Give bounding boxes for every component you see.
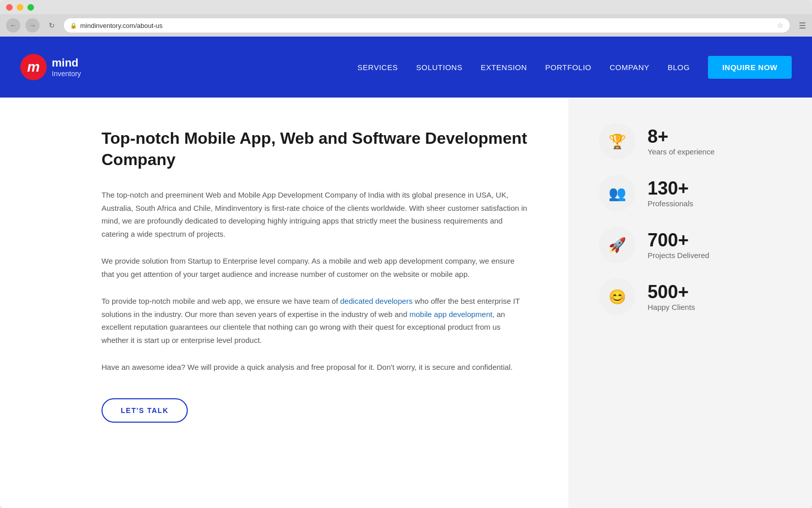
stat-experience-number: 8+ [648, 126, 715, 147]
stat-professionals-number: 130+ [648, 178, 693, 199]
stat-professionals-info: 130+ Professionals [648, 178, 693, 208]
stat-professionals-label: Professionals [648, 199, 693, 208]
stat-projects-icon-circle: 🚀 [599, 227, 635, 263]
close-button[interactable] [6, 4, 13, 11]
lock-icon: 🔒 [70, 22, 77, 29]
title-bar [0, 0, 812, 14]
nav-extension[interactable]: EXTENSION [481, 63, 527, 72]
maximize-button[interactable] [27, 4, 34, 11]
logo-area[interactable]: m mind Inventory [20, 54, 81, 80]
stat-projects-label: Projects Delivered [648, 251, 709, 260]
logo-text: mind Inventory [52, 56, 81, 78]
stat-experience-label: Years of experience [648, 147, 715, 156]
dedicated-developers-link[interactable]: dedicated developers [340, 297, 413, 305]
content-left: Top-notch Mobile App, Web and Software D… [0, 98, 568, 508]
team-icon: 👥 [608, 185, 626, 202]
address-text: mindinventory.com/about-us [80, 22, 774, 29]
stat-clients: 😊 500+ Happy Clients [599, 278, 782, 315]
rocket-icon: 🚀 [608, 237, 626, 253]
stat-experience-icon-circle: 🏆 [599, 123, 635, 160]
page-title: Top-notch Mobile App, Web and Software D… [101, 128, 528, 170]
forward-button[interactable]: → [25, 18, 40, 33]
stat-projects-number: 700+ [648, 230, 709, 250]
stat-experience-info: 8+ Years of experience [648, 126, 715, 156]
lets-talk-button[interactable]: LET'S TALK [101, 398, 188, 423]
nav-menu: SERVICES SOLUTIONS EXTENSION PORTFOLIO C… [357, 56, 792, 79]
reload-button[interactable]: ↻ [45, 18, 59, 33]
browser-window: ← → ↻ 🔒 mindinventory.com/about-us ☆ ☰ m… [0, 0, 812, 508]
stat-clients-icon-circle: 😊 [599, 278, 635, 315]
logo-icon: m [20, 54, 47, 80]
nav-company[interactable]: COMPANY [610, 63, 649, 72]
site-header: m mind Inventory SERVICES SOLUTIONS EXTE… [0, 37, 812, 98]
trophy-icon: 🏆 [608, 133, 626, 150]
nav-services[interactable]: SERVICES [357, 63, 398, 72]
para-4: Have an awesome idea? We will provide a … [101, 361, 528, 374]
bookmark-icon[interactable]: ☆ [777, 21, 784, 29]
para-2: We provide solution from Startup to Ente… [101, 255, 528, 280]
happy-icon: 😊 [608, 289, 626, 305]
main-content: Top-notch Mobile App, Web and Software D… [0, 98, 812, 508]
stat-clients-info: 500+ Happy Clients [648, 282, 695, 312]
nav-blog[interactable]: BLOG [667, 63, 690, 72]
mobile-app-dev-link[interactable]: mobile app development [410, 310, 492, 319]
stat-clients-label: Happy Clients [648, 303, 695, 311]
stat-projects: 🚀 700+ Projects Delivered [599, 227, 782, 263]
nav-solutions[interactable]: SOLUTIONS [416, 63, 462, 72]
stat-projects-info: 700+ Projects Delivered [648, 230, 709, 260]
website: m mind Inventory SERVICES SOLUTIONS EXTE… [0, 37, 812, 508]
minimize-button[interactable] [17, 4, 23, 11]
stat-professionals-icon-circle: 👥 [599, 175, 635, 211]
nav-portfolio[interactable]: PORTFOLIO [545, 63, 591, 72]
stat-experience: 🏆 8+ Years of experience [599, 123, 782, 160]
address-bar[interactable]: 🔒 mindinventory.com/about-us ☆ [64, 18, 790, 33]
logo-subtitle: Inventory [52, 70, 81, 78]
content-right: 🏆 8+ Years of experience 👥 130+ [568, 98, 812, 508]
para-3-start: To provide top-notch mobile and web app,… [101, 297, 340, 305]
stat-clients-number: 500+ [648, 282, 695, 302]
para-3: To provide top-notch mobile and web app,… [101, 295, 528, 346]
para-1: The top-notch and preeminent Web and Mob… [101, 188, 528, 240]
logo-name: mind [52, 56, 81, 70]
menu-icon[interactable]: ☰ [799, 21, 806, 30]
browser-content: m mind Inventory SERVICES SOLUTIONS EXTE… [0, 37, 812, 508]
browser-toolbar: ← → ↻ 🔒 mindinventory.com/about-us ☆ ☰ [0, 14, 812, 37]
stat-professionals: 👥 130+ Professionals [599, 175, 782, 211]
inquire-now-button[interactable]: INQUIRE NOW [708, 56, 792, 79]
back-button[interactable]: ← [6, 18, 20, 33]
